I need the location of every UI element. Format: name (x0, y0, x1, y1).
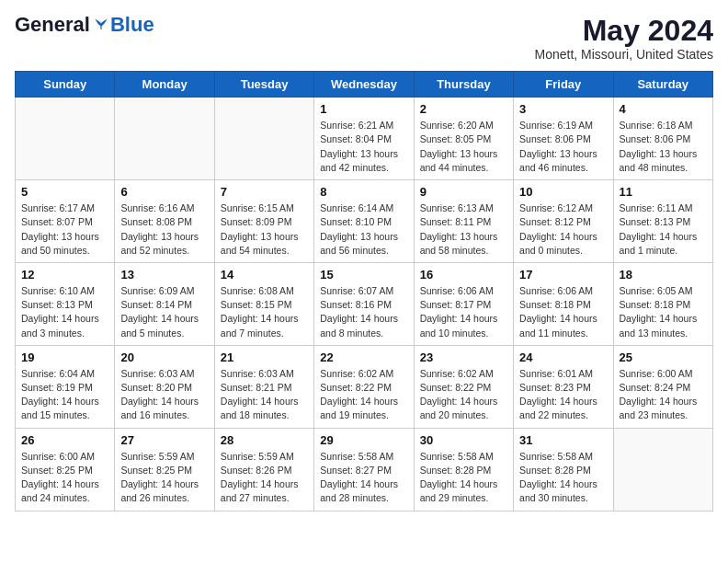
day-number: 23 (420, 350, 507, 364)
calendar-day-cell: 16Sunrise: 6:06 AM Sunset: 8:17 PM Dayli… (414, 262, 513, 345)
logo-blue-text: Blue (110, 15, 154, 35)
calendar-day-cell: 7Sunrise: 6:15 AM Sunset: 8:09 PM Daylig… (214, 180, 313, 263)
day-info: Sunrise: 6:13 AM Sunset: 8:11 PM Dayligh… (420, 201, 507, 258)
day-info: Sunrise: 5:59 AM Sunset: 8:26 PM Dayligh… (221, 450, 308, 506)
calendar-week-row: 26Sunrise: 6:00 AM Sunset: 8:25 PM Dayli… (16, 428, 713, 511)
calendar-day-cell: 3Sunrise: 6:19 AM Sunset: 8:06 PM Daylig… (514, 98, 613, 180)
page-header: General Blue May 2024 Monett, Missouri, … (15, 15, 713, 62)
day-number: 15 (320, 268, 407, 282)
day-number: 6 (120, 185, 208, 199)
day-info: Sunrise: 5:58 AM Sunset: 8:27 PM Dayligh… (320, 450, 407, 506)
day-number: 20 (120, 350, 208, 364)
calendar-day-cell: 28Sunrise: 5:59 AM Sunset: 8:26 PM Dayli… (214, 428, 313, 511)
day-info: Sunrise: 6:00 AM Sunset: 8:25 PM Dayligh… (21, 450, 108, 506)
day-info: Sunrise: 6:06 AM Sunset: 8:18 PM Dayligh… (519, 284, 607, 340)
logo-general-text: General (15, 15, 90, 35)
day-info: Sunrise: 6:04 AM Sunset: 8:19 PM Dayligh… (21, 367, 108, 423)
calendar-day-cell (115, 98, 214, 180)
logo-bird-icon (92, 16, 110, 34)
calendar-day-cell: 21Sunrise: 6:03 AM Sunset: 8:21 PM Dayli… (214, 345, 313, 428)
day-number: 21 (221, 350, 308, 364)
calendar-week-row: 1Sunrise: 6:21 AM Sunset: 8:04 PM Daylig… (16, 98, 713, 180)
day-of-week-header: Tuesday (214, 72, 313, 98)
day-number: 5 (21, 185, 108, 199)
day-info: Sunrise: 6:20 AM Sunset: 8:05 PM Dayligh… (420, 119, 507, 175)
day-number: 7 (221, 185, 308, 199)
day-info: Sunrise: 6:05 AM Sunset: 8:18 PM Dayligh… (620, 284, 707, 340)
day-number: 14 (221, 268, 308, 282)
day-info: Sunrise: 6:14 AM Sunset: 8:10 PM Dayligh… (320, 201, 407, 258)
day-of-week-header: Saturday (613, 72, 712, 98)
day-of-week-header: Friday (514, 72, 613, 98)
day-number: 17 (519, 268, 607, 282)
calendar-day-cell: 8Sunrise: 6:14 AM Sunset: 8:10 PM Daylig… (314, 180, 414, 263)
day-of-week-header: Thursday (414, 72, 513, 98)
calendar-header: SundayMondayTuesdayWednesdayThursdayFrid… (16, 72, 713, 98)
day-info: Sunrise: 6:02 AM Sunset: 8:22 PM Dayligh… (420, 367, 507, 423)
calendar-day-cell (214, 98, 313, 180)
day-info: Sunrise: 5:58 AM Sunset: 8:28 PM Dayligh… (519, 450, 607, 506)
calendar-day-cell (16, 98, 115, 180)
day-number: 29 (320, 433, 407, 447)
day-number: 8 (320, 185, 407, 199)
calendar-day-cell: 26Sunrise: 6:00 AM Sunset: 8:25 PM Dayli… (16, 428, 115, 511)
calendar-day-cell: 14Sunrise: 6:08 AM Sunset: 8:15 PM Dayli… (214, 262, 313, 345)
calendar-table: SundayMondayTuesdayWednesdayThursdayFrid… (15, 71, 713, 511)
calendar-day-cell: 30Sunrise: 5:58 AM Sunset: 8:28 PM Dayli… (414, 428, 513, 511)
day-of-week-header: Sunday (16, 72, 115, 98)
day-number: 12 (21, 268, 108, 282)
day-info: Sunrise: 6:19 AM Sunset: 8:06 PM Dayligh… (519, 119, 607, 175)
day-info: Sunrise: 6:06 AM Sunset: 8:17 PM Dayligh… (420, 284, 507, 340)
day-number: 28 (221, 433, 308, 447)
day-number: 24 (519, 350, 607, 364)
day-number: 1 (320, 102, 407, 116)
day-number: 19 (21, 350, 108, 364)
calendar-day-cell: 20Sunrise: 6:03 AM Sunset: 8:20 PM Dayli… (115, 345, 214, 428)
day-number: 18 (620, 268, 707, 282)
calendar-day-cell: 19Sunrise: 6:04 AM Sunset: 8:19 PM Dayli… (16, 345, 115, 428)
day-number: 3 (519, 102, 607, 116)
calendar-day-cell: 22Sunrise: 6:02 AM Sunset: 8:22 PM Dayli… (314, 345, 414, 428)
day-info: Sunrise: 6:03 AM Sunset: 8:20 PM Dayligh… (120, 367, 208, 423)
day-info: Sunrise: 6:17 AM Sunset: 8:07 PM Dayligh… (21, 201, 108, 258)
day-number: 31 (519, 433, 607, 447)
calendar-day-cell: 27Sunrise: 5:59 AM Sunset: 8:25 PM Dayli… (115, 428, 214, 511)
calendar-day-cell: 10Sunrise: 6:12 AM Sunset: 8:12 PM Dayli… (514, 180, 613, 263)
day-info: Sunrise: 5:58 AM Sunset: 8:28 PM Dayligh… (420, 450, 507, 506)
calendar-day-cell: 25Sunrise: 6:00 AM Sunset: 8:24 PM Dayli… (613, 345, 712, 428)
day-info: Sunrise: 6:01 AM Sunset: 8:23 PM Dayligh… (519, 367, 607, 423)
day-info: Sunrise: 6:18 AM Sunset: 8:06 PM Dayligh… (620, 119, 707, 175)
day-info: Sunrise: 6:00 AM Sunset: 8:24 PM Dayligh… (620, 367, 707, 423)
day-info: Sunrise: 6:16 AM Sunset: 8:08 PM Dayligh… (120, 201, 208, 258)
calendar-day-cell: 15Sunrise: 6:07 AM Sunset: 8:16 PM Dayli… (314, 262, 414, 345)
title-block: May 2024 Monett, Missouri, United States (534, 15, 713, 62)
location-text: Monett, Missouri, United States (534, 47, 713, 62)
calendar-day-cell: 4Sunrise: 6:18 AM Sunset: 8:06 PM Daylig… (613, 98, 712, 180)
day-number: 27 (120, 433, 208, 447)
day-info: Sunrise: 6:10 AM Sunset: 8:13 PM Dayligh… (21, 284, 108, 340)
day-number: 13 (120, 268, 208, 282)
calendar-body: 1Sunrise: 6:21 AM Sunset: 8:04 PM Daylig… (16, 98, 713, 511)
day-info: Sunrise: 6:15 AM Sunset: 8:09 PM Dayligh… (221, 201, 308, 258)
calendar-day-cell: 6Sunrise: 6:16 AM Sunset: 8:08 PM Daylig… (115, 180, 214, 263)
calendar-day-cell: 13Sunrise: 6:09 AM Sunset: 8:14 PM Dayli… (115, 262, 214, 345)
day-info: Sunrise: 6:12 AM Sunset: 8:12 PM Dayligh… (519, 201, 607, 258)
day-info: Sunrise: 6:09 AM Sunset: 8:14 PM Dayligh… (120, 284, 208, 340)
calendar-day-cell: 17Sunrise: 6:06 AM Sunset: 8:18 PM Dayli… (514, 262, 613, 345)
day-number: 10 (519, 185, 607, 199)
day-info: Sunrise: 5:59 AM Sunset: 8:25 PM Dayligh… (120, 450, 208, 506)
day-number: 26 (21, 433, 108, 447)
calendar-week-row: 12Sunrise: 6:10 AM Sunset: 8:13 PM Dayli… (16, 262, 713, 345)
day-number: 16 (420, 268, 507, 282)
day-info: Sunrise: 6:21 AM Sunset: 8:04 PM Dayligh… (320, 119, 407, 175)
calendar-day-cell: 11Sunrise: 6:11 AM Sunset: 8:13 PM Dayli… (613, 180, 712, 263)
calendar-day-cell: 2Sunrise: 6:20 AM Sunset: 8:05 PM Daylig… (414, 98, 513, 180)
day-of-week-header: Monday (115, 72, 214, 98)
day-number: 11 (620, 185, 707, 199)
day-info: Sunrise: 6:02 AM Sunset: 8:22 PM Dayligh… (320, 367, 407, 423)
calendar-week-row: 19Sunrise: 6:04 AM Sunset: 8:19 PM Dayli… (16, 345, 713, 428)
calendar-day-cell: 12Sunrise: 6:10 AM Sunset: 8:13 PM Dayli… (16, 262, 115, 345)
day-info: Sunrise: 6:03 AM Sunset: 8:21 PM Dayligh… (221, 367, 308, 423)
day-info: Sunrise: 6:07 AM Sunset: 8:16 PM Dayligh… (320, 284, 407, 340)
calendar-day-cell (613, 428, 712, 511)
